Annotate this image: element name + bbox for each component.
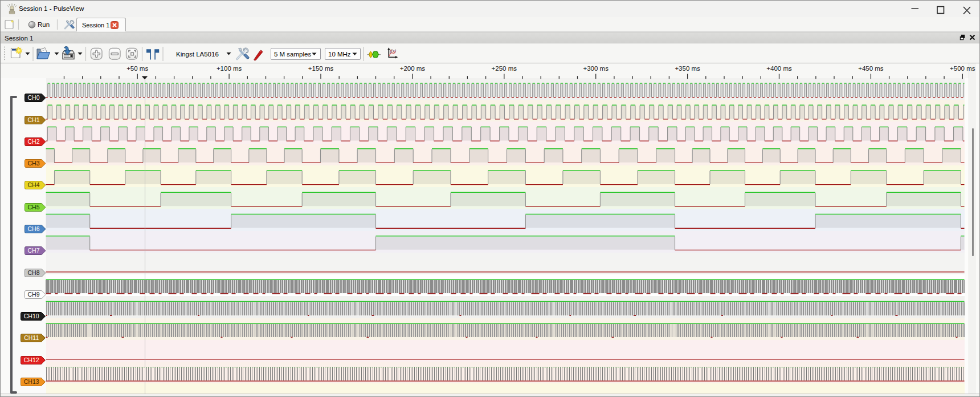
svg-text:CH4: CH4 (27, 182, 39, 189)
svg-text:CH8: CH8 (27, 269, 39, 276)
svg-text:CH3: CH3 (27, 160, 39, 167)
svg-text:CH11: CH11 (24, 334, 39, 341)
svg-text:CH10: CH10 (24, 313, 39, 319)
svg-text:CH1: CH1 (27, 116, 39, 123)
svg-text:CH5: CH5 (27, 204, 39, 210)
svg-text:CH13: CH13 (24, 378, 39, 385)
svg-text:CH6: CH6 (27, 225, 39, 232)
svg-text:CH7: CH7 (27, 247, 39, 254)
svg-text:CH12: CH12 (24, 357, 39, 363)
svg-text:CH2: CH2 (27, 138, 39, 145)
svg-text:CH9: CH9 (27, 291, 39, 298)
svg-text:CH0: CH0 (27, 95, 39, 102)
